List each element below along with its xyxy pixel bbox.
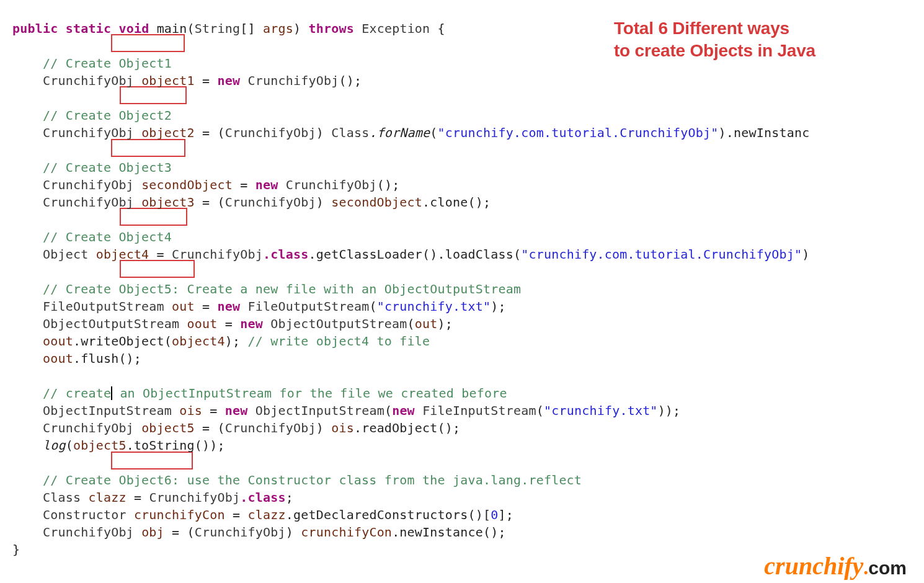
code-comment-object1: // Create Object1 [12, 56, 172, 71]
code-comment-ois: // create an ObjectInputStream for the f… [12, 386, 507, 401]
code-comment-object6: // Create Object6: use the Constructor c… [12, 473, 582, 487]
code-comment-object3: // Create Object3 [12, 160, 172, 175]
code-line: Object object4 = CrunchifyObj.class.getC… [12, 247, 809, 262]
code-line: oout.flush(); [12, 351, 141, 366]
code-line: public static void main(String[] args) t… [12, 21, 445, 36]
logo-brand-text: crunchify [764, 552, 863, 580]
code-comment-object2: // Create Object2 [12, 108, 172, 123]
code-line: CrunchifyObj obj = (CrunchifyObj) crunch… [12, 525, 506, 540]
code-line: oout.writeObject(object4); // write obje… [12, 334, 430, 349]
code-comment-object4: // Create Object4 [12, 229, 172, 244]
code-line: CrunchifyObj object1 = new CrunchifyObj(… [12, 73, 362, 88]
code-line: log(object5.toString()); [12, 438, 225, 453]
crunchify-logo: crunchify.com [764, 558, 907, 577]
code-line: Class clazz = CrunchifyObj.class; [12, 490, 293, 505]
code-line: Constructor crunchifyCon = clazz.getDecl… [12, 507, 513, 522]
code-line: CrunchifyObj object2 = (CrunchifyObj) Cl… [12, 125, 809, 140]
code-line: FileOutputStream out = new FileOutputStr… [12, 299, 506, 314]
code-line: ObjectInputStream ois = new ObjectInputS… [12, 403, 680, 418]
logo-tld: com [868, 558, 907, 578]
code-block[interactable]: public static void main(String[] args) t… [0, 0, 924, 558]
code-line: CrunchifyObj object5 = (CrunchifyObj) oi… [12, 421, 460, 435]
code-line: ObjectOutputStream oout = new ObjectOutp… [12, 316, 453, 331]
code-line: CrunchifyObj object3 = (CrunchifyObj) se… [12, 195, 491, 210]
code-comment-object5: // Create Object5: Create a new file wit… [12, 282, 521, 296]
code-line: CrunchifyObj secondObject = new Crunchif… [12, 177, 399, 192]
code-line: } [12, 542, 20, 557]
